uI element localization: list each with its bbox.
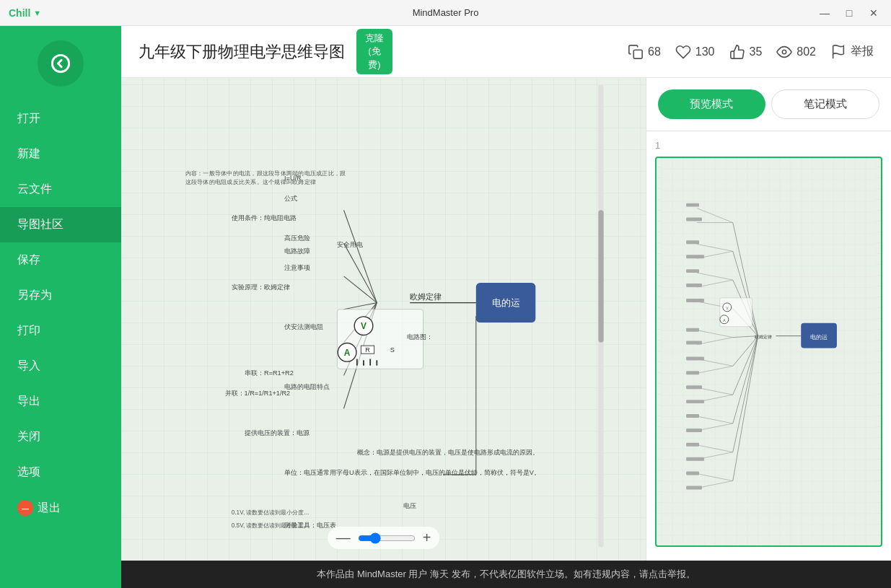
titlebar-controls: — □ ✕ (813, 3, 885, 23)
preview-mode-tab[interactable]: 预览模式 (658, 89, 765, 119)
svg-rect-91 (686, 299, 704, 302)
svg-rect-85 (686, 203, 699, 207)
svg-rect-99 (686, 429, 702, 432)
svg-rect-103 (686, 486, 702, 489)
svg-point-2 (783, 50, 787, 54)
sidebar-item-cloud[interactable]: 云文件 (0, 172, 121, 207)
like-stat[interactable]: 130 (675, 44, 715, 60)
zoom-in-button[interactable]: + (423, 530, 431, 546)
close-window-button[interactable]: ✕ (862, 3, 885, 23)
header-left: 九年级下册物理电学思维导图 克隆 (免 费) (139, 29, 392, 74)
mindmap-background (121, 78, 646, 561)
sidebar-item-export[interactable]: 导出 (0, 384, 121, 419)
svg-rect-88 (686, 255, 704, 258)
header: 九年级下册物理电学思维导图 克隆 (免 费) 68 130 (121, 26, 891, 78)
mode-tabs: 预览模式 笔记模式 (646, 78, 891, 131)
svg-rect-1 (633, 50, 642, 58)
svg-rect-92 (686, 328, 699, 332)
svg-text:电的运: 电的运 (810, 334, 828, 341)
sidebar: 打开 新建 云文件 导图社区 保存 另存为 打印 导入 导出 关闭 选项 – 退… (0, 26, 121, 588)
copy-stat[interactable]: 68 (628, 44, 661, 60)
sidebar-item-new[interactable]: 新建 (0, 136, 121, 172)
maximize-button[interactable]: □ (838, 3, 861, 23)
eye-icon (776, 44, 792, 60)
sidebar-item-close[interactable]: 关闭 (0, 419, 121, 455)
svg-rect-95 (686, 371, 699, 374)
header-stats: 68 130 35 (628, 44, 874, 60)
thumbnail-frame: 电的运 欧姆定律 (655, 157, 882, 547)
back-button[interactable] (38, 40, 84, 87)
svg-rect-97 (686, 400, 704, 403)
exit-icon: – (17, 500, 33, 516)
titlebar-title: MindMaster Pro (413, 7, 479, 18)
thumbnail-area: 1 (646, 131, 891, 561)
svg-rect-94 (686, 356, 704, 360)
titlebar: Chill ▼ MindMaster Pro — □ ✕ (0, 0, 891, 26)
svg-rect-98 (686, 414, 699, 418)
svg-rect-96 (686, 385, 702, 389)
titlebar-user[interactable]: Chill ▼ (9, 7, 41, 19)
report-button[interactable]: 举报 (830, 44, 874, 60)
sidebar-item-open[interactable]: 打开 (0, 101, 121, 136)
svg-rect-89 (686, 269, 699, 273)
svg-rect-86 (686, 218, 702, 221)
clone-button[interactable]: 克隆 (免 费) (356, 29, 392, 74)
notes-mode-tab[interactable]: 笔记模式 (771, 89, 880, 119)
zoom-bar: — + (328, 527, 440, 549)
sidebar-item-exit[interactable]: – 退出 (0, 490, 78, 526)
footer-bar: 本作品由 MindMaster 用户 海天 发布，不代表亿图软件立场。如有违规内… (121, 561, 891, 588)
svg-rect-90 (686, 284, 702, 287)
map-title: 九年级下册物理电学思维导图 (139, 41, 345, 63)
svg-point-0 (52, 55, 69, 71)
svg-rect-102 (686, 472, 699, 475)
copy-icon (628, 44, 644, 60)
svg-rect-100 (686, 443, 699, 447)
main-layout: 打开 新建 云文件 导图社区 保存 另存为 打印 导入 导出 关闭 选项 – 退… (0, 26, 891, 588)
zoom-out-button[interactable]: — (336, 530, 351, 546)
flag-icon (830, 44, 846, 60)
heart-icon (675, 44, 691, 60)
sidebar-item-print[interactable]: 打印 (0, 313, 121, 348)
sidebar-item-saveas[interactable]: 另存为 (0, 278, 121, 313)
sidebar-item-save[interactable]: 保存 (0, 242, 121, 278)
svg-rect-101 (686, 457, 704, 461)
right-panel: 预览模式 笔记模式 1 (646, 78, 891, 561)
mindmap-area[interactable]: 电的运 欧姆定律 I=U/R 公式 使用条件：纯电阻电路 高压危险 (121, 78, 646, 561)
thumbup-stat[interactable]: 35 (729, 44, 763, 60)
sidebar-item-options[interactable]: 选项 (0, 455, 121, 490)
body-area: 电的运 欧姆定律 I=U/R 公式 使用条件：纯电阻电路 高压危险 (121, 78, 891, 561)
sidebar-item-community[interactable]: 导图社区 (0, 207, 121, 242)
svg-rect-93 (686, 341, 702, 345)
thumbnail-image: 电的运 欧姆定律 (657, 158, 881, 545)
page-number: 1 (655, 140, 882, 151)
thumbup-icon (729, 44, 745, 60)
view-stat[interactable]: 802 (776, 44, 816, 60)
sidebar-item-import[interactable]: 导入 (0, 348, 121, 384)
zoom-slider[interactable] (358, 532, 416, 544)
svg-rect-87 (686, 240, 699, 244)
content-area: 九年级下册物理电学思维导图 克隆 (免 费) 68 130 (121, 26, 891, 588)
thumbnail-svg: 电的运 欧姆定律 (657, 158, 881, 545)
minimize-button[interactable]: — (813, 3, 836, 23)
